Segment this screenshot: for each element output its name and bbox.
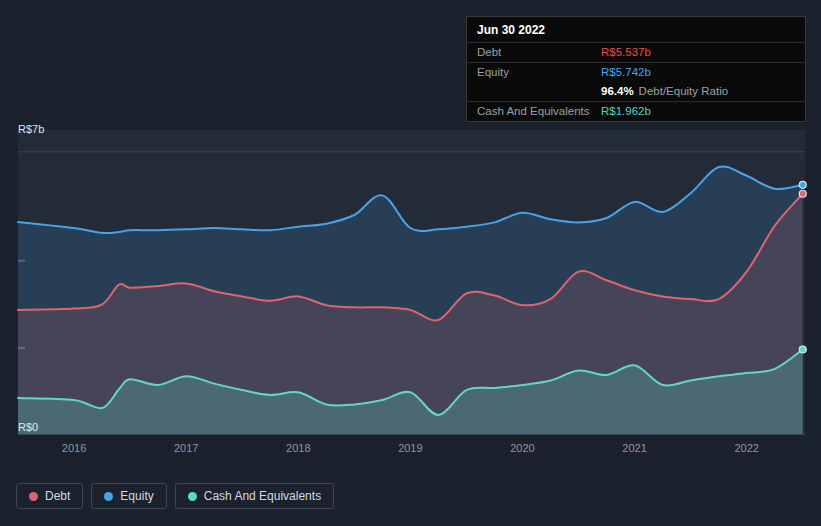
x-axis: 2016201720182019202020212022	[18, 442, 805, 456]
tooltip-ratio-label: Debt/Equity Ratio	[639, 85, 729, 97]
x-axis-label: 2017	[174, 442, 198, 454]
y-axis-min-label: R$0	[18, 421, 38, 433]
chart-legend: Debt Equity Cash And Equivalents	[16, 483, 334, 509]
tooltip-equity-row: Equity R$5.742b	[467, 62, 805, 82]
legend-item-cash[interactable]: Cash And Equivalents	[175, 483, 334, 509]
equity-legend-dot-icon	[104, 492, 113, 501]
chart-canvas[interactable]	[18, 130, 805, 435]
legend-item-debt[interactable]: Debt	[16, 483, 83, 509]
legend-label-cash: Cash And Equivalents	[204, 489, 321, 503]
debt-equity-history-panel: Jun 30 2022 Debt R$5.537b Equity R$5.742…	[0, 0, 821, 526]
x-axis-label: 2021	[622, 442, 646, 454]
chart-tooltip: Jun 30 2022 Debt R$5.537b Equity R$5.742…	[466, 16, 806, 122]
x-axis-label: 2018	[286, 442, 310, 454]
x-axis-label: 2022	[734, 442, 758, 454]
x-axis-label: 2016	[62, 442, 86, 454]
x-axis-label: 2020	[510, 442, 534, 454]
tooltip-equity-value: R$5.742b	[601, 66, 651, 78]
y-axis-max-label: R$7b	[18, 123, 44, 135]
legend-item-equity[interactable]: Equity	[91, 483, 166, 509]
tooltip-ratio-value: 96.4%	[601, 85, 634, 97]
tooltip-ratio-row: 96.4% Debt/Equity Ratio	[467, 82, 805, 101]
legend-label-debt: Debt	[45, 489, 70, 503]
cash-legend-dot-icon	[188, 492, 197, 501]
tooltip-cash-row: Cash And Equivalents R$1.962b	[467, 101, 805, 121]
debt-equity-chart[interactable]	[18, 130, 805, 435]
tooltip-debt-label: Debt	[477, 46, 601, 58]
tooltip-date: Jun 30 2022	[467, 17, 805, 42]
tooltip-cash-value: R$1.962b	[601, 105, 651, 117]
tooltip-equity-label: Equity	[477, 66, 601, 78]
legend-label-equity: Equity	[120, 489, 153, 503]
tooltip-debt-value: R$5.537b	[601, 46, 651, 58]
debt-legend-dot-icon	[29, 492, 38, 501]
x-axis-label: 2019	[398, 442, 422, 454]
tooltip-debt-row: Debt R$5.537b	[467, 42, 805, 62]
tooltip-cash-label: Cash And Equivalents	[477, 105, 601, 117]
